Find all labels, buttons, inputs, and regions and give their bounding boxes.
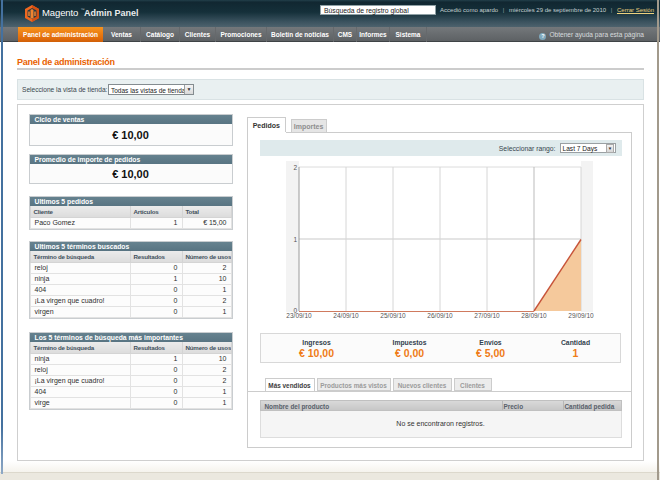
svg-text:23/09/10: 23/09/10: [286, 312, 312, 319]
svg-text:1: 1: [293, 236, 297, 243]
svg-text:25/09/10: 25/09/10: [380, 312, 406, 319]
svg-text:24/09/10: 24/09/10: [333, 312, 359, 319]
svg-text:29/09/10: 29/09/10: [568, 312, 594, 319]
svg-text:27/09/10: 27/09/10: [474, 312, 500, 319]
svg-text:28/09/10: 28/09/10: [521, 312, 547, 319]
svg-text:26/09/10: 26/09/10: [427, 312, 453, 319]
svg-text:2: 2: [293, 164, 297, 171]
